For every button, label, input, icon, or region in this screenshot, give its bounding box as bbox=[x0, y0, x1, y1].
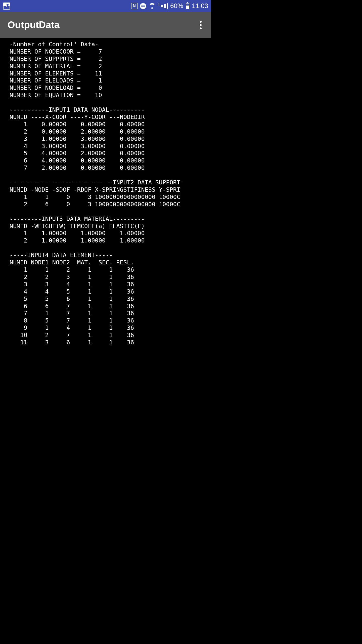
page-title: OutputData bbox=[8, 20, 60, 30]
image-notification-icon bbox=[3, 3, 10, 10]
nfc-icon: N bbox=[131, 3, 138, 9]
battery-icon bbox=[186, 3, 189, 9]
do-not-disturb-icon bbox=[140, 3, 146, 9]
wifi-icon bbox=[149, 3, 156, 9]
output-text[interactable]: -Number of Control' Data-NUMBER OF NODEC… bbox=[0, 38, 211, 376]
status-bar: N 1 60% 11:03 bbox=[0, 0, 211, 12]
clock: 11:03 bbox=[192, 2, 208, 10]
overflow-menu-button[interactable] bbox=[198, 19, 204, 31]
battery-percent: 60% bbox=[170, 2, 183, 10]
action-bar: OutputData bbox=[0, 12, 211, 38]
cell-signal-icon: 1 bbox=[158, 3, 168, 9]
